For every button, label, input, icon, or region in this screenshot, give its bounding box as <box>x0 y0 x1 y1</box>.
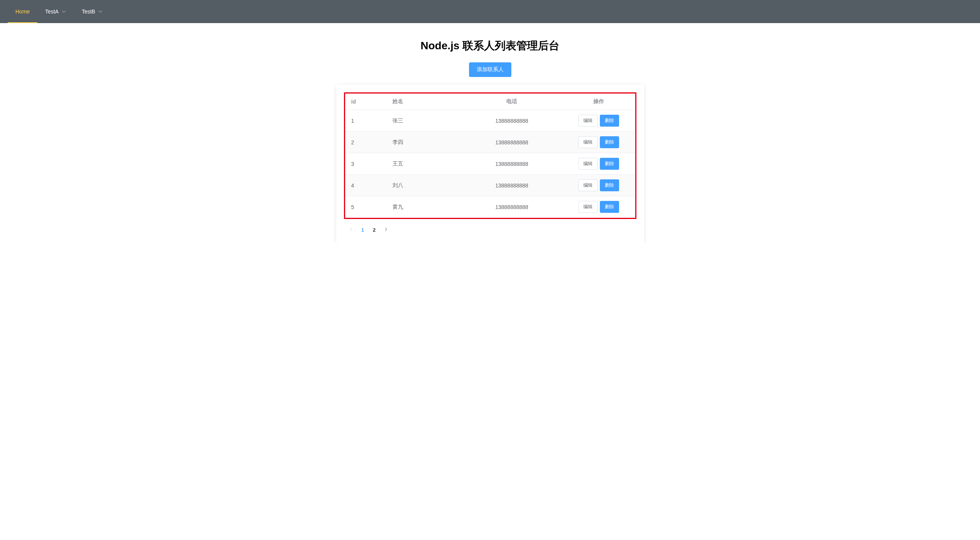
table-highlight-box: id 姓名 电话 操作 1张三13888888888编辑删除2李四1388888… <box>344 92 636 219</box>
table-row: 1张三13888888888编辑删除 <box>345 110 635 132</box>
cell-action: 编辑删除 <box>563 175 635 196</box>
table-header-row: id 姓名 电话 操作 <box>345 94 635 110</box>
edit-button[interactable]: 编辑 <box>578 158 598 170</box>
delete-button[interactable]: 删除 <box>600 201 619 213</box>
cell-name: 张三 <box>389 110 461 132</box>
contacts-table: id 姓名 电话 操作 1张三13888888888编辑删除2李四1388888… <box>345 94 635 218</box>
chevron-down-icon <box>98 9 103 14</box>
nav-item-label: Home <box>15 8 30 15</box>
edit-button[interactable]: 编辑 <box>578 201 598 213</box>
cell-name: 李四 <box>389 132 461 153</box>
cell-phone: 13888888888 <box>461 175 563 196</box>
cell-action: 编辑删除 <box>563 132 635 153</box>
chevron-down-icon <box>62 9 66 14</box>
delete-button[interactable]: 删除 <box>600 179 619 191</box>
nav-item-testa[interactable]: TestA <box>37 0 74 23</box>
column-header-phone: 电话 <box>461 94 563 110</box>
chevron-left-icon <box>349 227 354 233</box>
pagination: 12 <box>344 219 636 235</box>
cell-action: 编辑删除 <box>563 196 635 218</box>
cell-id: 2 <box>345 132 389 153</box>
top-nav: HomeTestATestB <box>0 0 980 23</box>
table-row: 3王五13888888888编辑删除 <box>345 153 635 175</box>
cell-id: 4 <box>345 175 389 196</box>
table-row: 4刘八13888888888编辑删除 <box>345 175 635 196</box>
cell-phone: 13888888888 <box>461 153 563 175</box>
pagination-next[interactable] <box>380 224 392 235</box>
delete-button[interactable]: 删除 <box>600 158 619 170</box>
pagination-pages: 12 <box>357 224 380 235</box>
table-row: 5黄九13888888888编辑删除 <box>345 196 635 218</box>
edit-button[interactable]: 编辑 <box>578 179 598 191</box>
table-body: 1张三13888888888编辑删除2李四13888888888编辑删除3王五1… <box>345 110 635 218</box>
edit-button[interactable]: 编辑 <box>578 136 598 148</box>
nav-item-testb[interactable]: TestB <box>74 0 110 23</box>
add-contact-button[interactable]: 添加联系人 <box>469 62 511 77</box>
nav-item-label: TestB <box>82 8 95 15</box>
nav-item-label: TestA <box>45 8 58 15</box>
cell-name: 黄九 <box>389 196 461 218</box>
cell-id: 3 <box>345 153 389 175</box>
pagination-prev[interactable] <box>346 224 357 235</box>
cell-action: 编辑删除 <box>563 153 635 175</box>
pagination-page-2[interactable]: 2 <box>369 224 380 235</box>
chevron-right-icon <box>384 227 388 233</box>
column-header-id: id <box>345 94 389 110</box>
cell-phone: 13888888888 <box>461 132 563 153</box>
cell-phone: 13888888888 <box>461 196 563 218</box>
page-title: Node.js 联系人列表管理后台 <box>0 38 980 53</box>
contacts-card: id 姓名 电话 操作 1张三13888888888编辑删除2李四1388888… <box>336 85 644 243</box>
edit-button[interactable]: 编辑 <box>578 115 598 127</box>
main-container: Node.js 联系人列表管理后台 添加联系人 id 姓名 电话 操作 1张三1… <box>0 23 980 243</box>
delete-button[interactable]: 删除 <box>600 115 619 127</box>
column-header-name: 姓名 <box>389 94 461 110</box>
cell-action: 编辑删除 <box>563 110 635 132</box>
pagination-page-1[interactable]: 1 <box>357 224 369 235</box>
table-row: 2李四13888888888编辑删除 <box>345 132 635 153</box>
column-header-action: 操作 <box>563 94 635 110</box>
nav-item-home[interactable]: Home <box>8 0 37 23</box>
cell-name: 王五 <box>389 153 461 175</box>
cell-id: 1 <box>345 110 389 132</box>
cell-name: 刘八 <box>389 175 461 196</box>
delete-button[interactable]: 删除 <box>600 136 619 148</box>
cell-id: 5 <box>345 196 389 218</box>
cell-phone: 13888888888 <box>461 110 563 132</box>
